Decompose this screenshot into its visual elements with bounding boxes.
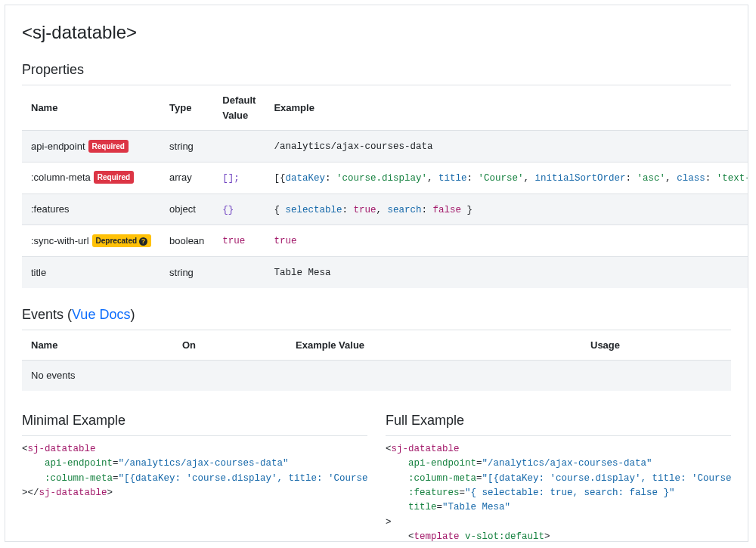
events-col-name: Name	[22, 330, 173, 361]
prop-default-cell	[213, 131, 265, 163]
prop-name-cell: :column-metaRequired	[22, 162, 160, 194]
events-table: Name On Example Value Usage No events	[22, 330, 731, 391]
properties-heading: Properties	[22, 60, 731, 85]
prop-default-cell: [];	[213, 162, 265, 194]
required-badge: Required	[94, 171, 134, 184]
table-row: :column-metaRequiredarray[];[{dataKey: '…	[22, 162, 748, 194]
table-row: api-endpointRequiredstring/analytics/aja…	[22, 131, 748, 163]
col-header-name: Name	[22, 85, 160, 131]
full-example-code: <sj-datatable api-endpoint="/analytics/a…	[386, 442, 731, 542]
component-title: <sj-datatable>	[22, 19, 731, 46]
prop-default-cell: {}	[213, 194, 265, 225]
events-empty-row: No events	[22, 361, 731, 391]
deprecated-badge: Deprecated?	[92, 234, 151, 247]
table-row: titlestringTable Mesa	[22, 257, 748, 288]
prop-name-cell: :sync-with-urlDeprecated?	[22, 225, 160, 257]
prop-type-cell: string	[160, 257, 213, 288]
prop-type-cell: array	[160, 162, 213, 194]
events-empty-text: No events	[22, 361, 731, 391]
events-col-on: On	[173, 330, 287, 361]
minimal-example-code: <sj-datatable api-endpoint="/analytics/a…	[22, 442, 367, 501]
col-header-type: Type	[160, 85, 213, 131]
events-col-usage: Usage	[581, 330, 731, 361]
minimal-example-title: Minimal Example	[22, 410, 367, 436]
minimal-example: Minimal Example <sj-datatable api-endpoi…	[22, 410, 367, 542]
prop-type-cell: object	[160, 194, 213, 225]
events-heading-prefix: Events (	[22, 307, 72, 322]
full-example-title: Full Example	[386, 410, 731, 436]
prop-default-cell: true	[213, 225, 265, 257]
prop-type-cell: boolean	[160, 225, 213, 257]
prop-name-cell: api-endpointRequired	[22, 131, 160, 163]
events-col-example: Example Value	[287, 330, 581, 361]
events-heading-suffix: )	[130, 307, 135, 322]
required-badge: Required	[88, 140, 129, 153]
table-row: :featuresobject{}{ selectable: true, sea…	[22, 194, 748, 225]
col-header-example: Example	[265, 85, 748, 131]
prop-example-cell: [{dataKey: 'course.display', title: 'Cou…	[265, 162, 748, 194]
prop-name-cell: title	[22, 257, 160, 288]
col-header-default: Default Value	[213, 85, 265, 131]
prop-example-cell: /analytics/ajax-courses-data	[265, 131, 748, 163]
events-heading: Events (Vue Docs)	[22, 305, 731, 330]
prop-example-cell: Table Mesa	[265, 257, 748, 288]
help-icon[interactable]: ?	[139, 237, 147, 246]
prop-name-cell: :features	[22, 194, 160, 225]
full-example: Full Example <sj-datatable api-endpoint=…	[386, 410, 731, 542]
prop-default-cell	[213, 257, 265, 288]
prop-example-cell: { selectable: true, search: false }	[265, 194, 748, 225]
vue-docs-link[interactable]: Vue Docs	[72, 307, 130, 322]
properties-table: Name Type Default Value Example api-endp…	[22, 85, 748, 288]
prop-type-cell: string	[160, 131, 213, 163]
table-row: :sync-with-urlDeprecated?booleantruetrue	[22, 225, 748, 257]
doc-card: <sj-datatable> Properties Name Type Defa…	[5, 5, 748, 542]
prop-example-cell: true	[265, 225, 748, 257]
